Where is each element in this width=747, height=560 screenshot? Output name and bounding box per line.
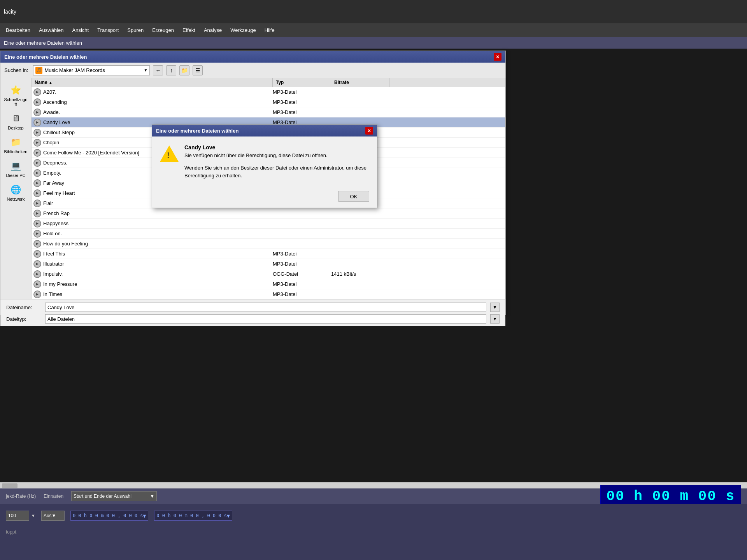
sidebar-label-quickaccess: Schnellzugriff	[4, 97, 28, 107]
column-header-type[interactable]: Typ	[273, 78, 331, 87]
view-toggle-button[interactable]: ☰	[193, 65, 203, 75]
menu-analyse[interactable]: Analyse	[200, 26, 226, 35]
new-folder-button[interactable]: 📁	[179, 65, 189, 75]
table-row[interactable]: ▶French Rap	[32, 208, 505, 219]
file-icon: ▶	[33, 270, 41, 278]
desktop-icon: 🖥	[10, 112, 22, 125]
nav-back-button[interactable]: ←	[153, 65, 163, 75]
filetype-row: Dateityp: ▼	[6, 314, 500, 324]
menu-effekt[interactable]: Effekt	[179, 26, 199, 35]
menu-auswaehlen[interactable]: Auswählen	[35, 26, 68, 35]
filetype-dropdown-arrow[interactable]: ▼	[490, 314, 500, 324]
file-name: Happyness	[43, 220, 273, 226]
column-header-name[interactable]: Name ▲	[32, 78, 273, 87]
table-row[interactable]: ▶In my PressureMP3-Datei	[32, 279, 505, 289]
file-icon: ▶	[33, 200, 41, 207]
menu-transport[interactable]: Transport	[93, 26, 123, 35]
sidebar-item-quickaccess[interactable]: ⭐ Schnellzugriff	[2, 82, 30, 108]
time-input-1[interactable]: 0 0 h 0 0 m 0 0 , 0 0 0 s ▼	[70, 511, 148, 521]
error-dialog: Eine oder mehrere Dateien wählen × Candy…	[152, 124, 377, 208]
column-header-bitrate[interactable]: Bitrate	[331, 78, 389, 87]
location-text: Music Maker JAM Records	[44, 67, 105, 73]
title-bar: lacity	[0, 0, 747, 23]
computer-icon: 💻	[10, 160, 22, 172]
filename-input[interactable]	[45, 303, 486, 312]
warning-icon	[160, 144, 179, 163]
sidebar-item-desktop[interactable]: 🖥 Desktop	[2, 110, 30, 132]
filetype-input[interactable]	[45, 314, 486, 324]
file-name: Ascending	[43, 99, 273, 105]
file-icon: ▶	[33, 280, 41, 288]
menu-hilfe[interactable]: Hilfe	[261, 26, 279, 35]
auswahl-dropdown[interactable]: Start und Ende der Auswahl ▼	[71, 491, 157, 501]
error-content: Candy Love Sie verfügen nicht über die B…	[152, 136, 377, 187]
menu-ansicht[interactable]: Ansicht	[68, 26, 93, 35]
file-name: A207.	[43, 89, 273, 95]
file-icon: ▶	[33, 169, 41, 177]
rate-input[interactable]	[6, 511, 29, 521]
file-type: MP3-Datei	[273, 89, 331, 95]
file-bitrate: 1411 kBit/s	[331, 271, 389, 277]
sidebar-label-network: Netzwerk	[7, 197, 25, 201]
ok-button[interactable]: OK	[338, 191, 369, 202]
location-dropdown[interactable]: 🎵 Music Maker JAM Records ▼	[33, 65, 150, 75]
sidebar-label-thispc: Dieser PC	[6, 173, 25, 178]
table-row[interactable]: ▶Hold on.	[32, 229, 505, 239]
table-row[interactable]: ▶A207.MP3-Datei	[32, 87, 505, 97]
error-dialog-close-button[interactable]: ×	[365, 127, 373, 135]
location-label: Suchen in:	[4, 67, 28, 73]
snap-dropdown[interactable]: Aus ▼	[41, 511, 65, 521]
file-type: MP3-Datei	[273, 109, 331, 115]
status-row2: ▼ Aus ▼ 0 0 h 0 0 m 0 0 , 0 0 0 s ▼ 0 0 …	[0, 504, 747, 527]
network-icon: 🌐	[10, 184, 22, 196]
file-type: MP3-Datei	[273, 251, 331, 257]
error-dialog-titlebar: Eine oder mehrere Dateien wählen ×	[152, 125, 377, 136]
file-dialog-bottom: Dateiname: ▼ Dateityp: ▼	[0, 299, 505, 326]
sidebar-item-network[interactable]: 🌐 Netzwerk	[2, 182, 30, 203]
status-row1: jekd-Rate (Hz) Einrasten Start und Ende …	[0, 488, 747, 504]
filename-dropdown-arrow[interactable]: ▼	[490, 303, 500, 312]
menu-bearbeiten[interactable]: Bearbeiten	[2, 26, 34, 35]
filetype-label: Dateityp:	[6, 316, 41, 322]
menu-spuren[interactable]: Spuren	[123, 26, 147, 35]
file-name: Awade.	[43, 109, 273, 115]
sidebar: ⭐ Schnellzugriff 🖥 Desktop 📁 Bibliotheke…	[0, 78, 32, 299]
table-row[interactable]: ▶IllustratorMP3-Datei	[32, 259, 505, 269]
file-icon: ▶	[33, 240, 41, 248]
error-detail-message: Wenden Sie sich an den Besitzer dieser D…	[184, 164, 369, 179]
file-icon: ▶	[33, 88, 41, 96]
file-dialog-close-button[interactable]: ×	[494, 53, 502, 61]
table-row[interactable]: ▶Happyness	[32, 219, 505, 229]
file-icon: ▶	[33, 220, 41, 228]
menu-werkzeuge[interactable]: Werkzeuge	[226, 26, 260, 35]
table-row[interactable]: ▶AscendingMP3-Datei	[32, 97, 505, 107]
dropdown-arrow-icon: ▼	[144, 68, 148, 72]
file-icon: ▶	[33, 139, 41, 147]
file-icon: ▶	[33, 179, 41, 187]
menu-erzeugen[interactable]: Erzeugen	[148, 26, 178, 35]
error-filename: Candy Love	[184, 144, 369, 150]
table-row[interactable]: ▶Impulsiv.OGG-Datei1411 kBit/s	[32, 269, 505, 279]
app-title: lacity	[4, 9, 16, 15]
file-icon: ▶	[33, 149, 41, 157]
table-row[interactable]: ▶I feel ThisMP3-Datei	[32, 249, 505, 259]
table-row[interactable]: ▶How do you Feeling	[32, 239, 505, 249]
file-name: In my Pressure	[43, 281, 273, 287]
time-input-2[interactable]: 0 0 h 0 0 m 0 0 , 0 0 0 s ▼	[154, 511, 232, 521]
sidebar-item-thispc[interactable]: 💻 Dieser PC	[2, 158, 30, 180]
sidebar-item-libraries[interactable]: 📁 Bibliotheken	[2, 134, 30, 156]
table-row[interactable]: ▶In TimesMP3-Datei	[32, 289, 505, 299]
file-icon: ▶	[33, 290, 41, 298]
file-name: Illustrator	[43, 261, 273, 267]
library-icon: 📁	[10, 136, 22, 149]
file-dialog-toolbar: Suchen in: 🎵 Music Maker JAM Records ▼ ←…	[0, 63, 505, 78]
snap-label: Einrasten	[44, 494, 63, 499]
sidebar-label-desktop: Desktop	[8, 126, 23, 130]
file-type: MP3-Datei	[273, 261, 331, 267]
subtitle-text: Eine oder mehrere Dateien wählen	[4, 40, 82, 46]
file-type: MP3-Datei	[273, 99, 331, 105]
table-row[interactable]: ▶Awade.MP3-Datei	[32, 107, 505, 117]
file-type: MP3-Datei	[273, 281, 331, 287]
menu-bar: Bearbeiten Auswählen Ansicht Transport S…	[0, 23, 747, 37]
nav-up-button[interactable]: ↑	[166, 65, 176, 75]
